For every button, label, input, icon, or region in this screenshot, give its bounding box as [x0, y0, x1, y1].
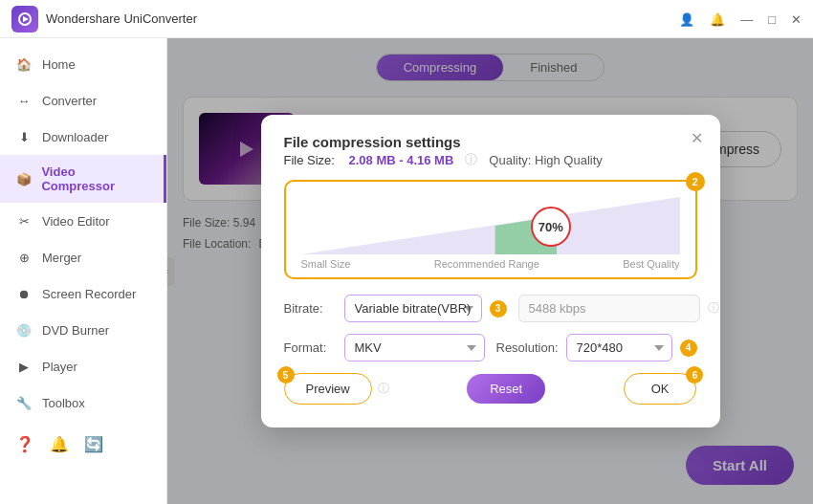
toolbox-icon: 🔧 [15, 394, 33, 411]
titlebar: Wondershare UniConverter 👤 🔔 — □ ✕ [0, 0, 813, 38]
sidebar-label-merger: Merger [42, 251, 81, 265]
maximize-icon[interactable]: □ [768, 11, 776, 26]
bitrate-group: Bitrate: Variable bitrate(VBR) 3 [284, 295, 507, 322]
slider-label-min: Small Size [301, 258, 351, 270]
sidebar-item-video-editor[interactable]: ✂ Video Editor [0, 203, 166, 239]
player-icon: ▶ [15, 358, 33, 375]
ok-button[interactable]: 6 OK [624, 373, 697, 405]
resolution-badge: 4 [680, 340, 697, 357]
sidebar-bottom-icons: ❓ 🔔 🔄 [0, 427, 167, 461]
dvd-burner-icon: 💿 [15, 321, 33, 339]
bitrate-value-input[interactable] [518, 295, 700, 322]
converter-icon: ↔ [15, 92, 33, 109]
modal-overlay: File compression settings ✕ File Size: 2… [167, 38, 813, 504]
sidebar-item-downloader[interactable]: ⬇ Downloader [0, 119, 166, 155]
sidebar-label-video-compressor: Video Compressor [41, 164, 148, 193]
format-group: Format: MKV [284, 334, 485, 362]
sidebar-label-video-editor: Video Editor [42, 214, 110, 229]
ok-label: OK [651, 382, 670, 396]
resolution-group: Resolution: 720*480 4 [496, 334, 697, 362]
help-icon[interactable]: ❓ [15, 435, 34, 453]
modal-close-button[interactable]: ✕ [688, 128, 707, 147]
bitrate-select[interactable]: Variable bitrate(VBR) [344, 295, 482, 322]
main-content: ‹ Compressing Finished Flowers - 66823 ↗… [167, 38, 813, 504]
downloader-icon: ⬇ [15, 128, 33, 145]
modal-title: File compression settings [284, 134, 461, 150]
sidebar-item-converter[interactable]: ↔ Converter [0, 82, 166, 119]
video-editor-icon: ✂ [15, 212, 33, 230]
video-compressor-icon: 📦 [15, 170, 32, 187]
modal-info-row: File Size: 2.08 MB - 4.16 MB ⓘ Quality: … [284, 151, 697, 168]
slider-track: 70% [301, 197, 680, 254]
bitrate-label: Bitrate: [284, 301, 337, 316]
file-size-value-modal: 2.08 MB - 4.16 MB [349, 153, 454, 167]
format-resolution-row: Format: MKV Resolution: 720*480 4 [284, 334, 697, 362]
sidebar-label-home: Home [42, 57, 76, 72]
window-controls[interactable]: 👤 🔔 — □ ✕ [679, 11, 802, 26]
file-size-label-modal: File Size: [284, 153, 341, 167]
screen-recorder-icon: ⏺ [15, 285, 33, 302]
bitrate-info-icon: ⓘ [708, 300, 719, 317]
sidebar-label-converter: Converter [42, 94, 97, 108]
quality-slider-container[interactable]: 2 70% [284, 180, 697, 279]
sidebar-item-screen-recorder[interactable]: ⏺ Screen Recorder [0, 275, 166, 312]
preview-label: Preview [306, 382, 350, 396]
slider-bg-svg [301, 197, 680, 254]
slider-label-mid: Recommended Range [434, 258, 539, 270]
sidebar-label-toolbox: Toolbox [42, 396, 85, 410]
bitrate-badge: 3 [490, 300, 507, 318]
percent-value: 70% [538, 220, 563, 234]
refresh-icon[interactable]: 🔄 [84, 435, 103, 453]
merger-icon: ⊕ [15, 249, 33, 266]
quality-label: Quality: High Quality [489, 153, 603, 167]
home-icon: 🏠 [15, 55, 33, 73]
sidebar-item-dvd-burner[interactable]: 💿 DVD Burner [0, 312, 166, 348]
slider-badge: 2 [686, 172, 705, 191]
sidebar-item-merger[interactable]: ⊕ Merger [0, 239, 166, 275]
user-icon[interactable]: 👤 [679, 11, 694, 26]
format-select[interactable]: MKV [344, 334, 485, 362]
percent-badge: 70% [531, 207, 571, 247]
resolution-label: Resolution: [496, 340, 559, 355]
compression-settings-modal: File compression settings ✕ File Size: 2… [261, 115, 720, 427]
format-label: Format: [284, 340, 337, 355]
preview-info-icon: ⓘ [378, 381, 389, 397]
preview-badge: 5 [277, 366, 295, 383]
sidebar-item-player[interactable]: ▶ Player [0, 348, 166, 384]
app-logo [11, 6, 38, 33]
sidebar-item-video-compressor[interactable]: 📦 Video Compressor [0, 155, 166, 203]
resolution-select[interactable]: 720*480 [566, 334, 672, 362]
bell-icon[interactable]: 🔔 [710, 11, 725, 26]
sidebar-item-toolbox[interactable]: 🔧 Toolbox [0, 384, 166, 421]
close-icon[interactable]: ✕ [791, 11, 802, 26]
notification-icon[interactable]: 🔔 [50, 435, 69, 453]
reset-button[interactable]: Reset [467, 374, 545, 404]
app-title: Wondershare UniConverter [46, 11, 197, 26]
sidebar-item-home[interactable]: 🏠 Home [0, 46, 166, 82]
bitrate-input-group: ⓘ [518, 295, 719, 322]
modal-actions: 5 Preview ⓘ Reset 6 OK [284, 373, 697, 405]
sidebar-label-screen-recorder: Screen Recorder [42, 287, 136, 301]
svg-marker-1 [23, 16, 29, 22]
preview-button[interactable]: 5 Preview [284, 373, 372, 405]
svg-marker-2 [301, 197, 680, 254]
sidebar-label-dvd-burner: DVD Burner [42, 323, 109, 338]
slider-label-max: Best Quality [623, 258, 679, 270]
minimize-icon[interactable]: — [740, 11, 753, 26]
sidebar-label-downloader: Downloader [42, 130, 108, 144]
preview-group: 5 Preview ⓘ [284, 373, 389, 405]
sidebar-label-player: Player [42, 360, 77, 374]
slider-labels: Small Size Recommended Range Best Qualit… [301, 258, 680, 270]
bitrate-row: Bitrate: Variable bitrate(VBR) 3 ⓘ [284, 295, 697, 322]
ok-badge: 6 [686, 366, 703, 383]
